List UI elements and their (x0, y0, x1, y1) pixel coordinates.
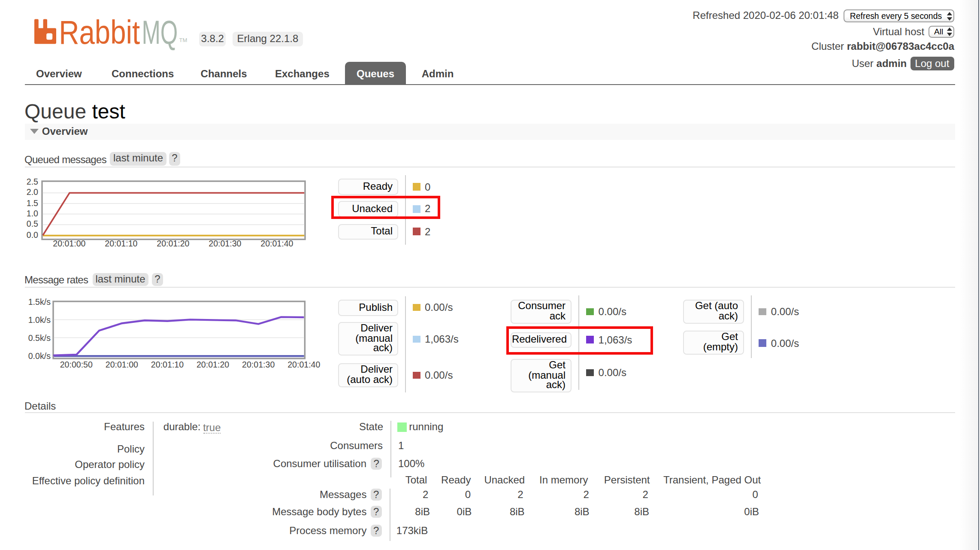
svg-text:Rabbit: Rabbit (58, 13, 139, 51)
svg-text:MQ: MQ (141, 13, 177, 51)
svg-text:TM: TM (179, 37, 187, 43)
